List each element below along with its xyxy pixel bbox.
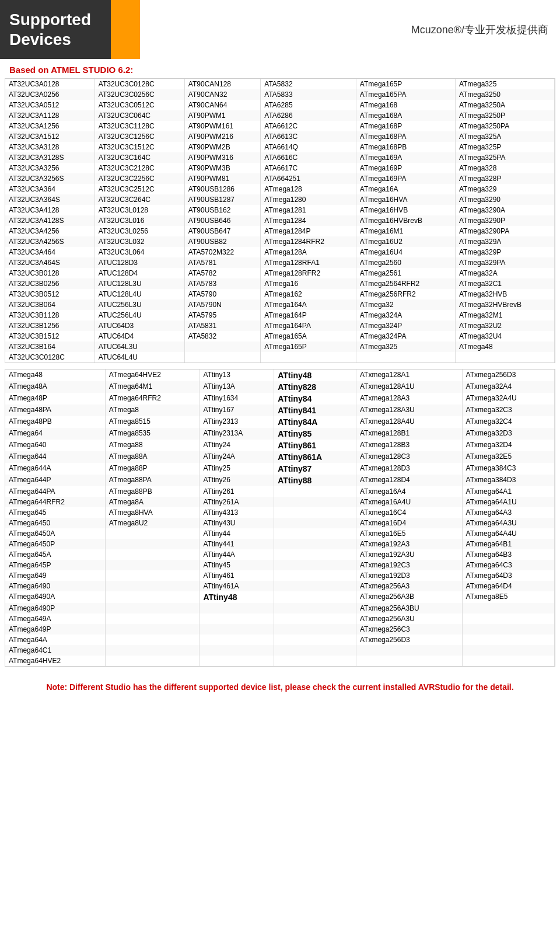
device-cell: ATtiny26 (200, 475, 274, 486)
device-cell: ATmega329PA (455, 257, 554, 268)
device-cell: ATmega644RFR2 (5, 497, 105, 507)
device-cell: ATmega128A (261, 247, 356, 257)
device-cell: ATtiny2313 (200, 416, 274, 428)
table-row: ATmega48PBATmega8515ATtiny2313ATtiny84AA… (5, 416, 555, 428)
device-cell: ATxmega128D3 (356, 463, 462, 475)
device-cell: AT90USB82 (184, 236, 260, 247)
device-cell: AT32UC3A1256 (5, 121, 94, 131)
device-cell: ATmega169P (356, 163, 455, 173)
device-cell: ATxmega64A1 (462, 486, 554, 497)
device-cell: ATtiny48 (200, 591, 274, 603)
device-cell: ATUC128D3 (94, 257, 184, 268)
device-cell: ATtiny2313A (200, 428, 274, 440)
device-cell: AT90USB162 (184, 205, 260, 215)
device-cell: ATA5795 (184, 310, 260, 320)
table-row: AT32UC3A1128AT32UC3C064CAT90PWM1ATA6286A… (5, 110, 555, 121)
device-cell: AT32UC3C264C (94, 194, 184, 205)
device-cell: ATmega165P (356, 79, 455, 89)
device-cell (462, 656, 554, 666)
table-row: ATmega64AATxmega256D3 (5, 635, 555, 645)
device-cell: ATxmega128B3 (356, 440, 462, 451)
table-row: ATmega6450ATmega8U2ATtiny43UATxmega16D4A… (5, 518, 555, 528)
header: Supported Devices Mcuzone®/专业开发板提供商 (0, 0, 560, 59)
device-cell: ATmega16M1 (356, 226, 455, 236)
device-cell: ATA5781 (184, 257, 260, 268)
device-cell: ATxmega128A4U (356, 416, 462, 428)
device-cell: ATxmega128C3 (356, 451, 462, 463)
device-cell: ATA5831 (184, 320, 260, 331)
device-cell: ATmega6450P (5, 539, 105, 549)
device-cell: ATmega32M1 (455, 310, 554, 320)
device-cell: ATmega644A (5, 463, 105, 475)
device-cell: AT32UC3C1256C (94, 131, 184, 142)
device-cell: AT90CAN128 (184, 79, 260, 89)
table-row: ATmega48AATmega64M1ATtiny13AATtiny828ATx… (5, 381, 555, 393)
device-cell: ATmega88PA (105, 475, 200, 486)
logo-box: Supported Devices (0, 0, 111, 59)
device-cell (274, 645, 356, 656)
table-row: ATmega644PAATmega88PBATtiny261ATxmega16A… (5, 486, 555, 497)
table-row: ATmega48PATmega64RFR2ATtiny1634ATtiny84A… (5, 393, 555, 405)
device-cell: ATA5790 (184, 289, 260, 299)
device-cell: AT32UC3C2128C (94, 163, 184, 173)
table-row: ATmega640ATmega88ATtiny24ATtiny861ATxmeg… (5, 440, 555, 451)
device-cell: AT90PWM161 (184, 121, 260, 131)
device-cell: ATmega328 (455, 163, 554, 173)
table-row: AT32UC3B164ATUC64L3UATmega165PATmega325A… (5, 341, 555, 352)
device-cell: AT32UC3C0256C (94, 89, 184, 100)
device-cell: ATmega8 (105, 405, 200, 416)
device-cell: ATmega1280 (261, 194, 356, 205)
device-cell: AT32UC3C064C (94, 110, 184, 121)
device-cell: ATmega16U4 (356, 247, 455, 257)
device-cell: AT32UC3A3128S (5, 152, 94, 163)
device-cell: ATmega164PA (261, 320, 356, 331)
table-row: AT32UC3A464SATUC128D3ATA5781ATmega128RFA… (5, 257, 555, 268)
device-cell: AT32UC3A464 (5, 247, 94, 257)
device-cell: ATmega162 (261, 289, 356, 299)
device-cell: ATA6286 (261, 110, 356, 121)
table-row: AT32UC3B0512ATUC128L4UATA5790ATmega162AT… (5, 289, 555, 299)
device-cell: ATmega32 (356, 299, 455, 310)
table-row: AT32UC3A464AT32UC3L064ATA5702M322ATmega1… (5, 247, 555, 257)
device-cell: ATtiny13A (200, 381, 274, 393)
table-row: AT32UC3B0256ATUC128L3UATA5783ATmega16ATm… (5, 278, 555, 289)
table-row: AT32UC3C0128CATUC64L4U (5, 352, 555, 363)
device-cell: ATmega3250A (455, 100, 554, 110)
device-cell: AT90CAN32 (184, 89, 260, 100)
device-cell: ATmega88A (105, 451, 200, 463)
table-row: ATmega644ATmega88AATtiny24AATtiny861AATx… (5, 451, 555, 463)
device-cell: AT32UC3B0256 (5, 278, 94, 289)
device-cell: ATxmega32A4U (462, 393, 554, 405)
device-cell: AT32UC3B1512 (5, 331, 94, 341)
device-cell: AT32UC3C0512C (94, 100, 184, 110)
device-cell (274, 603, 356, 614)
device-cell (200, 614, 274, 624)
device-cell (105, 656, 200, 666)
note: Note: Different Studio has the different… (0, 672, 560, 702)
device-cell: AT32UC3A0256 (5, 89, 94, 100)
device-cell: ATmega649A (5, 614, 105, 624)
device-cell: ATtiny45 (200, 560, 274, 570)
device-cell: ATmega2560 (356, 257, 455, 268)
device-cell: ATtiny85 (274, 428, 356, 440)
device-cell: ATmega88PB (105, 486, 200, 497)
device-cell: ATxmega8E5 (462, 591, 554, 603)
device-cell (105, 570, 200, 581)
device-cell: ATmega3290 (455, 194, 554, 205)
device-cell: ATmega64HVE2 (105, 370, 200, 381)
table-row: AT32UC3A364SAT32UC3C264CAT90USB1287ATmeg… (5, 194, 555, 205)
device-cell: ATxmega32A4 (462, 381, 554, 393)
device-cell: ATUC128L3U (94, 278, 184, 289)
device-cell: ATmega64RFR2 (105, 393, 200, 405)
device-cell: ATmega6490P (5, 603, 105, 614)
device-cell (274, 497, 356, 507)
device-cell: AT32UC3A3256S (5, 173, 94, 184)
device-cell (105, 635, 200, 645)
device-cell (200, 635, 274, 645)
device-cell: AT32UC3C0128C (94, 79, 184, 89)
device-cell: ATA6285 (261, 100, 356, 110)
device-cell (274, 507, 356, 518)
device-cell: ATmega644PA (5, 486, 105, 497)
device-cell: ATxmega64A1U (462, 497, 554, 507)
table-row: AT32UC3A3256AT32UC3C2128CAT90PWM3BATA661… (5, 163, 555, 173)
